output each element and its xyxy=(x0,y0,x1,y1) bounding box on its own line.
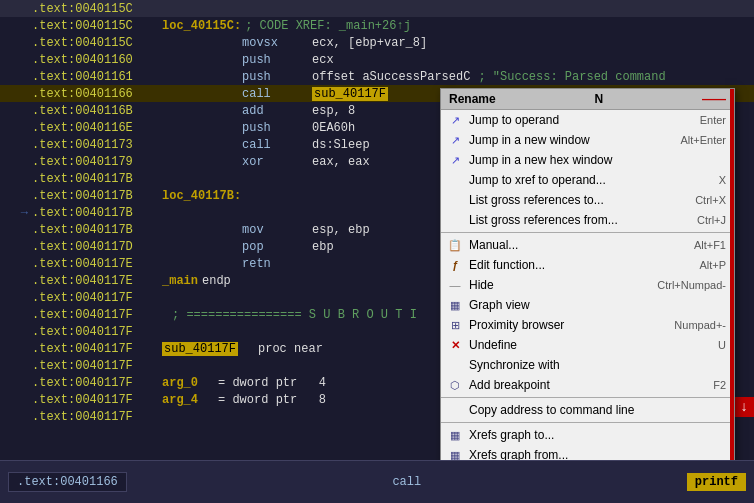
jump-window-icon: ↗ xyxy=(447,132,463,148)
line-address: .text:0040117B xyxy=(32,223,162,237)
menu-item-edit-function[interactable]: ƒ Edit function... Alt+P xyxy=(441,255,734,275)
line-address: .text:0040117E xyxy=(32,257,162,271)
line-label: _main xyxy=(162,274,198,288)
code-line[interactable]: .text:00401160 push ecx xyxy=(0,51,754,68)
undefine-icon: ✕ xyxy=(447,337,463,353)
line-address: .text:0040115C xyxy=(32,2,162,16)
line-address: .text:00401179 xyxy=(32,155,162,169)
menu-item-label: Undefine xyxy=(469,338,517,352)
menu-item-list-refs-to[interactable]: List gross references to... Ctrl+X xyxy=(441,190,734,210)
menu-item-manual[interactable]: 📋 Manual... Alt+F1 xyxy=(441,235,734,255)
line-comment: ; "Success: Parsed command xyxy=(478,70,665,84)
menu-item-copy-addr[interactable]: Copy address to command line xyxy=(441,400,734,420)
menu-item-sync[interactable]: Synchronize with xyxy=(441,355,734,375)
menu-item-jump-xref[interactable]: Jump to xref to operand... X xyxy=(441,170,734,190)
status-function: printf xyxy=(687,473,746,491)
menu-item-label: List gross references to... xyxy=(469,193,604,207)
line-operand: offset aSuccessParsedC xyxy=(312,70,470,84)
menu-item-undefine[interactable]: ✕ Undefine U xyxy=(441,335,734,355)
context-menu-header: Rename N —— xyxy=(441,89,734,110)
status-address: .text:00401166 xyxy=(8,472,127,492)
line-address: .text:0040117F xyxy=(32,291,162,305)
menu-item-label: Manual... xyxy=(469,238,518,252)
line-instr: xor xyxy=(242,155,312,169)
copy-addr-icon xyxy=(447,402,463,418)
line-address: .text:0040116B xyxy=(32,104,162,118)
status-bar: .text:00401166 call printf xyxy=(0,460,754,503)
line-operand: ds:Sleep xyxy=(312,138,370,152)
line-operand: esp, 8 xyxy=(312,104,355,118)
code-line[interactable]: .text:0040115C movsx ecx, [ebp+var_8] xyxy=(0,34,754,51)
menu-item-shortcut: Enter xyxy=(700,114,726,126)
line-address: .text:0040116E xyxy=(32,121,162,135)
line-instr: call xyxy=(242,87,312,101)
menu-item-label: Hide xyxy=(469,278,494,292)
line-address: .text:00401160 xyxy=(32,53,162,67)
line-address: .text:0040117F xyxy=(32,308,162,322)
line-address: .text:0040117F xyxy=(32,359,162,373)
line-address: .text:0040115C xyxy=(32,36,162,50)
context-menu[interactable]: Rename N —— ↗ Jump to operand Enter ↗ Ju… xyxy=(440,88,735,460)
line-address: .text:0040117E xyxy=(32,274,162,288)
line-label: arg_0 xyxy=(162,376,198,390)
menu-divider xyxy=(441,232,734,233)
menu-item-graph-view[interactable]: ▦ Graph view xyxy=(441,295,734,315)
line-content: = dword ptr 8 xyxy=(218,393,326,407)
manual-icon: 📋 xyxy=(447,237,463,253)
context-menu-shortcut-header: N xyxy=(595,92,604,106)
menu-item-xrefs-graph-from[interactable]: ▦ Xrefs graph from... xyxy=(441,445,734,460)
menu-item-label: Jump in a new hex window xyxy=(469,153,612,167)
line-address: .text:00401173 xyxy=(32,138,162,152)
menu-item-label: Synchronize with xyxy=(469,358,560,372)
menu-item-label: Graph view xyxy=(469,298,530,312)
line-label: loc_40115C: xyxy=(162,19,241,33)
hide-icon: — xyxy=(447,277,463,293)
menu-item-label: Jump in a new window xyxy=(469,133,590,147)
menu-item-shortcut: U xyxy=(718,339,726,351)
line-address: .text:0040117B xyxy=(32,189,162,203)
scroll-down-button[interactable]: ↓ xyxy=(734,397,754,417)
line-instr: movsx xyxy=(242,36,312,50)
line-instr: endp xyxy=(202,274,231,288)
menu-item-hide[interactable]: — Hide Ctrl+Numpad- xyxy=(441,275,734,295)
xrefs-graph-to-icon: ▦ xyxy=(447,427,463,443)
code-line[interactable]: .text:0040115C xyxy=(0,0,754,17)
list-refs-from-icon xyxy=(447,212,463,228)
menu-item-label: Xrefs graph from... xyxy=(469,448,568,460)
breakpoint-icon: ⬡ xyxy=(447,377,463,393)
line-operand: ecx, [ebp+var_8] xyxy=(312,36,427,50)
menu-item-breakpoint[interactable]: ⬡ Add breakpoint F2 xyxy=(441,375,734,395)
menu-item-jump-operand[interactable]: ↗ Jump to operand Enter xyxy=(441,110,734,130)
line-instr: proc near xyxy=(258,342,323,356)
line-label: arg_4 xyxy=(162,393,198,407)
graph-view-icon: ▦ xyxy=(447,297,463,313)
jump-xref-icon xyxy=(447,172,463,188)
menu-item-jump-hex[interactable]: ↗ Jump in a new hex window xyxy=(441,150,734,170)
code-line[interactable]: .text:0040115C loc_40115C: ; CODE XREF: … xyxy=(0,17,754,34)
menu-item-label: Copy address to command line xyxy=(469,403,634,417)
menu-item-shortcut: Numpad+- xyxy=(674,319,726,331)
menu-item-label: Proximity browser xyxy=(469,318,564,332)
menu-item-list-refs-from[interactable]: List gross references from... Ctrl+J xyxy=(441,210,734,230)
code-editor[interactable]: .text:0040115C .text:0040115C loc_40115C… xyxy=(0,0,754,460)
line-address: .text:0040117D xyxy=(32,240,162,254)
menu-item-xrefs-graph-to[interactable]: ▦ Xrefs graph to... xyxy=(441,425,734,445)
menu-item-jump-window[interactable]: ↗ Jump in a new window Alt+Enter xyxy=(441,130,734,150)
line-label: loc_40117B: xyxy=(162,189,241,203)
line-address: .text:0040117F xyxy=(32,325,162,339)
line-instr: pop xyxy=(242,240,312,254)
line-instr: retn xyxy=(242,257,312,271)
line-operand: esp, ebp xyxy=(312,223,370,237)
line-sub-label: sub_40117F xyxy=(162,342,238,356)
menu-item-shortcut: Alt+P xyxy=(699,259,726,271)
code-line[interactable]: .text:00401161 push offset aSuccessParse… xyxy=(0,68,754,85)
xrefs-graph-from-icon: ▦ xyxy=(447,447,463,460)
line-operand: eax, eax xyxy=(312,155,370,169)
menu-item-shortcut: Ctrl+J xyxy=(697,214,726,226)
menu-item-shortcut: Ctrl+X xyxy=(695,194,726,206)
line-instr: call xyxy=(242,138,312,152)
menu-item-proximity[interactable]: ⊞ Proximity browser Numpad+- xyxy=(441,315,734,335)
line-address: .text:0040117B xyxy=(32,172,162,186)
line-instr: add xyxy=(242,104,312,118)
menu-item-label: Add breakpoint xyxy=(469,378,550,392)
